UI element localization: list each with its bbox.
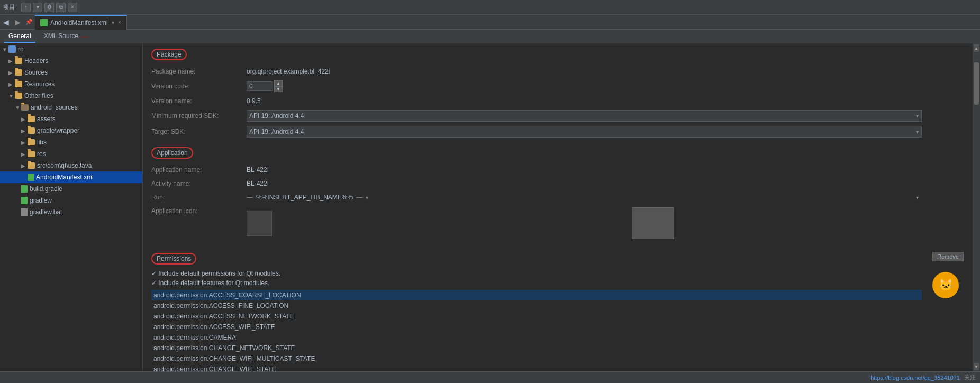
- tab-general[interactable]: General: [4, 30, 35, 43]
- permissions-list: android.permission.ACCESS_COARSE_LOCATIO…: [143, 288, 930, 371]
- avatar-watermark: 🐱: [932, 272, 959, 298]
- version-name-row: Version name: 0.9.5: [143, 94, 930, 108]
- tab-xml-source[interactable]: XML Source ~~~: [40, 30, 93, 43]
- application-section-header: Application: [151, 147, 193, 159]
- sidebar-label-res: res: [37, 150, 46, 158]
- arrow-icon: ▶: [8, 70, 15, 76]
- scroll-thumb[interactable]: [974, 62, 979, 105]
- package-name-row: Package name: org.qtproject.example.bl_4…: [143, 65, 930, 78]
- default-perms-row: ✓ Include default permissions for Qt mod…: [143, 269, 930, 278]
- version-code-row: Version code: 0 ▲ ▼: [143, 78, 930, 94]
- spinner-down[interactable]: ▼: [274, 86, 283, 92]
- sidebar-label-otherfiles: Other files: [24, 92, 53, 99]
- run-value-wrapper: — %%INSERT_APP_LIB_NAME%% — ▾: [247, 194, 922, 201]
- sidebar-item-res[interactable]: ▶ res: [0, 148, 142, 160]
- permission-item[interactable]: android.permission.CHANGE_WIFI_STATE: [151, 364, 922, 371]
- permissions-section-header: Permissions: [151, 253, 196, 265]
- run-dropdown[interactable]: ▾: [366, 195, 922, 200]
- sidebar-label-sources: Sources: [24, 69, 48, 76]
- scroll-track: [974, 52, 979, 363]
- permission-item[interactable]: android.permission.ACCESS_WIFI_STATE: [151, 322, 922, 332]
- min-sdk-select[interactable]: API 19: Android 4.4: [247, 110, 922, 122]
- remove-button[interactable]: Remove: [932, 252, 964, 261]
- toolbar-split-btn[interactable]: ⧉: [56, 3, 66, 12]
- arrow-icon: ▶: [21, 128, 28, 134]
- sidebar-item-headers[interactable]: ▶ Headers: [0, 55, 142, 67]
- version-code-input[interactable]: 0: [247, 81, 273, 91]
- tab-nav-back[interactable]: ◀: [0, 15, 12, 30]
- tab-close-btn[interactable]: ×: [118, 20, 121, 25]
- toolbar: 项目 ↑ ▾ ⚙ ⧉ ×: [0, 0, 980, 15]
- folder-icon: [28, 127, 35, 134]
- activity-name-label: Activity name:: [151, 180, 247, 187]
- tab-label: AndroidManifest.xml: [50, 19, 108, 26]
- app-icon-small[interactable]: [247, 211, 272, 236]
- tab-dropdown-arrow[interactable]: ▾: [112, 20, 114, 25]
- sidebar-item-gradlew[interactable]: gradlew: [0, 195, 142, 206]
- project-icon: [8, 45, 16, 53]
- run-main-value: %%INSERT_APP_LIB_NAME%%: [256, 194, 353, 201]
- sidebar-label-srccom: src\com\qt\useJava: [37, 162, 92, 169]
- target-sdk-select-wrapper: API 19: Android 4.4: [247, 126, 922, 138]
- tab-pin-btn[interactable]: 📌: [23, 15, 35, 30]
- folder-icon: [28, 139, 35, 145]
- package-name-value: org.qtproject.example.bl_422i: [247, 68, 330, 75]
- permission-item[interactable]: android.permission.CHANGE_NETWORK_STATE: [151, 343, 922, 353]
- sidebar-item-sources[interactable]: ▶ Sources: [0, 67, 142, 78]
- sidebar-label-assets: assets: [37, 115, 56, 123]
- version-code-label: Version code:: [151, 83, 247, 90]
- gradle-icon: [21, 197, 28, 204]
- activity-name-value: BL-422I: [247, 180, 269, 187]
- sidebar-item-root[interactable]: ▼ ro: [0, 43, 142, 55]
- package-section-header: Package: [151, 49, 187, 60]
- app-icon-label: Application icon:: [151, 207, 247, 215]
- app-name-label: Application name:: [151, 166, 247, 174]
- sidebar-item-gradle-wrapper[interactable]: ▶ gradle\wrapper: [0, 125, 142, 136]
- sidebar-item-libs[interactable]: ▶ libs: [0, 136, 142, 148]
- toolbar-up-btn[interactable]: ↑: [21, 3, 31, 12]
- target-sdk-select[interactable]: API 19: Android 4.4: [247, 126, 922, 138]
- sidebar-item-assets[interactable]: ▶ assets: [0, 113, 142, 125]
- sidebar-item-gradlew-bat[interactable]: gradlew.bat: [0, 206, 142, 218]
- bat-icon: [21, 208, 28, 216]
- version-code-spinner: ▲ ▼: [274, 80, 283, 92]
- permission-item[interactable]: android.permission.ACCESS_COARSE_LOCATIO…: [151, 290, 922, 300]
- permission-item[interactable]: android.permission.CAMERA: [151, 332, 922, 343]
- sidebar-label-libs: libs: [37, 139, 47, 146]
- package-name-label: Package name:: [151, 68, 247, 75]
- sidebar-label-androidmanifest: AndroidManifest.xml: [36, 174, 94, 181]
- arrow-icon: ▶: [8, 81, 15, 87]
- sidebar-item-srccom[interactable]: ▶ src\com\qt\useJava: [0, 160, 142, 171]
- scroll-up-btn[interactable]: ▲: [974, 44, 979, 52]
- sidebar-item-android-sources[interactable]: ▼ android_sources: [0, 102, 142, 113]
- tab-androidmanifest[interactable]: AndroidManifest.xml ▾ ×: [35, 15, 127, 30]
- toolbar-settings-btn[interactable]: ⚙: [44, 3, 54, 12]
- folder-icon: [28, 116, 35, 122]
- squiggle-decoration: ~~~: [80, 34, 89, 40]
- toolbar-close-btn[interactable]: ×: [68, 3, 77, 12]
- status-link[interactable]: https://blog.csdn.net/qq_35241071: [870, 375, 960, 381]
- app-name-value: BL-422I: [247, 166, 269, 174]
- app-icon-large[interactable]: [632, 207, 674, 239]
- permission-item[interactable]: android.permission.ACCESS_FINE_LOCATION: [151, 300, 922, 311]
- folder-icon: [15, 58, 22, 64]
- sidebar-item-build-gradle[interactable]: build.gradle: [0, 183, 142, 195]
- app-name-row: Application name: BL-422I: [143, 163, 930, 177]
- sidebar-item-androidmanifest[interactable]: AndroidManifest.xml: [0, 171, 142, 183]
- permission-item[interactable]: android.permission.ACCESS_NETWORK_STATE: [151, 311, 922, 322]
- target-sdk-row: Target SDK: API 19: Android 4.4: [143, 124, 930, 140]
- sidebar-item-resources[interactable]: ▶ Resources: [0, 78, 142, 90]
- vertical-scrollbar[interactable]: ▲ ▼: [973, 43, 980, 371]
- content-area: Package Package name: org.qtproject.exam…: [143, 43, 930, 371]
- tab-nav-fwd[interactable]: ▶: [12, 15, 23, 30]
- gradle-icon: [21, 185, 28, 193]
- scroll-down-btn[interactable]: ▼: [974, 363, 979, 370]
- permission-item[interactable]: android.permission.CHANGE_WIFI_MULTICAST…: [151, 353, 922, 364]
- target-sdk-label: Target SDK:: [151, 128, 247, 135]
- spinner-up[interactable]: ▲: [274, 80, 283, 86]
- toolbar-filter-btn[interactable]: ▾: [33, 3, 42, 12]
- sidebar-label-resources: Resources: [24, 80, 55, 88]
- sidebar-item-otherfiles[interactable]: ▼ Other files: [0, 90, 142, 102]
- arrow-icon: ▶: [21, 140, 28, 145]
- default-features-check: ✓ Include default features for Qt module…: [151, 279, 269, 287]
